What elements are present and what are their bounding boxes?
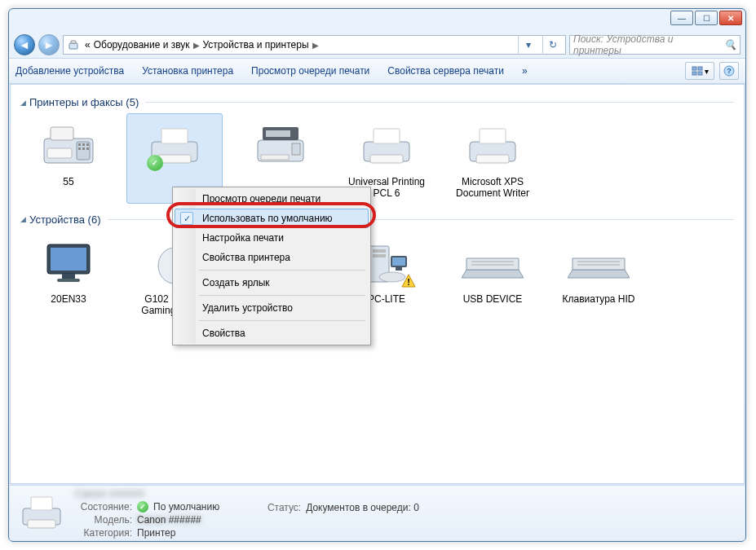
ctx-properties[interactable]: Свойства [175,323,369,343]
device-item[interactable]: USB DEVICE [444,231,541,321]
svg-rect-42 [373,254,386,257]
breadcrumb-item[interactable]: Оборудование и звук [94,39,190,51]
add-device-button[interactable]: Добавление устройства [15,65,124,77]
address-bar[interactable]: « Оборудование и звук ▶ Устройства и при… [63,35,566,55]
search-input[interactable]: Поиск: Устройства и принтеры 🔍 [569,35,741,55]
svg-rect-11 [78,143,81,146]
view-mode-button[interactable]: ▾ [685,62,714,80]
svg-rect-31 [476,155,509,163]
svg-rect-33 [51,248,86,271]
svg-rect-12 [82,143,85,146]
keyboard-icon [566,236,631,290]
svg-rect-9 [51,127,73,140]
svg-rect-23 [266,130,290,137]
svg-rect-13 [86,143,89,146]
device-label: PC-LITE [368,293,405,305]
titlebar: — ☐ ✕ [9,9,745,32]
close-button[interactable]: ✕ [719,11,742,25]
add-printer-button[interactable]: Установка принтера [142,65,233,77]
printer-icon [20,494,64,533]
print-server-properties-button[interactable]: Свойства сервера печати [387,65,504,77]
search-icon: 🔍 [724,39,736,51]
status-key-model: Модель: [75,514,132,526]
group-title: Принтеры и факсы (5) [29,96,139,108]
devices-grid: 20EN33 G102 Prodigy Gaming Mouse HID-сов… [20,231,734,321]
svg-rect-20 [158,155,191,163]
address-row: ◄ ► « Оборудование и звук ▶ Устройства и… [9,32,745,58]
collapse-icon: ◢ [20,215,26,223]
svg-rect-58 [31,497,52,510]
svg-rect-44 [392,257,405,266]
nav-forward-button[interactable]: ► [38,34,60,55]
device-label: Клавиатура HID [563,293,635,305]
device-name: Canon ###### [75,487,144,499]
toolbar: Добавление устройства Установка принтера… [9,58,745,84]
ctx-printing-preferences[interactable]: Настройка печати [175,228,369,248]
refresh-button[interactable]: ↻ [542,35,562,55]
device-item[interactable]: Microsoft XPS Document Writer [444,113,541,204]
minimize-button[interactable]: — [670,11,693,25]
printer-icon [460,119,525,173]
svg-marker-50 [466,258,519,270]
monitor-icon [36,236,101,290]
status-value-status: Документов в очереди: 0 [306,502,419,513]
svg-rect-59 [28,520,55,528]
printers-grid: 55 ✓ Univer [20,113,734,204]
device-item[interactable]: 20EN33 [20,231,117,321]
printer-icon [354,119,419,173]
status-value-model: Canon ###### [137,514,201,526]
ctx-item-label: Использовать по умолчанию [202,213,333,224]
menu-separator [199,295,365,296]
svg-rect-14 [78,147,81,150]
svg-rect-2 [692,67,696,70]
group-header-devices[interactable]: ◢ Устройства (6) [20,213,734,226]
ctx-remove-device[interactable]: Удалить устройство [175,298,369,318]
svg-marker-49 [462,270,524,278]
svg-rect-0 [69,43,77,49]
status-key-category: Категория: [75,527,132,539]
keyboard-icon [460,236,525,290]
fax-printer-icon [36,119,101,173]
ctx-set-as-default[interactable]: ✓ Использовать по умолчанию [175,209,369,228]
menu-separator [199,320,365,321]
svg-rect-1 [71,41,76,43]
device-item[interactable]: Клавиатура HID [550,231,647,321]
maximize-button[interactable]: ☐ [695,11,718,25]
ctx-printer-properties[interactable]: Свойства принтера [175,248,369,267]
group-header-printers[interactable]: ◢ Принтеры и факсы (5) [20,96,734,108]
devices-icon [67,38,80,51]
status-value-category: Принтер [137,527,175,539]
svg-marker-53 [568,270,630,278]
svg-rect-15 [82,147,85,150]
svg-rect-28 [370,155,403,163]
svg-text:?: ? [727,67,732,75]
device-label: USB DEVICE [463,293,523,305]
svg-rect-4 [692,72,696,75]
nav-back-button[interactable]: ◄ [14,34,35,55]
view-print-queue-button[interactable]: Просмотр очереди печати [251,65,369,77]
device-label: 20EN33 [51,293,86,305]
dropdown-button[interactable]: ▾ [518,35,537,55]
warning-icon: ! [401,274,416,288]
svg-rect-41 [373,249,386,253]
svg-rect-25 [261,155,289,160]
help-button[interactable]: ? [719,62,739,80]
svg-marker-54 [573,258,625,270]
explorer-window: — ☐ ✕ ◄ ► « Оборудование и звук ▶ Устрой… [8,8,746,542]
context-menu: Просмотр очереди печати ✓ Использовать п… [172,187,371,345]
breadcrumb[interactable]: « Оборудование и звук ▶ Устройства и при… [85,39,319,51]
multifunction-printer-icon [248,119,313,173]
svg-rect-35 [57,279,80,282]
status-value-state: По умолчанию [153,501,219,513]
chevron-right-icon: ▶ [193,41,200,50]
device-item[interactable]: 55 [20,113,117,204]
breadcrumb-item[interactable]: Устройства и принтеры [203,39,309,51]
group-title: Устройства (6) [29,213,101,226]
ctx-create-shortcut[interactable]: Создать ярлык [175,273,369,293]
svg-rect-16 [86,147,89,150]
svg-text:!: ! [407,277,410,287]
toolbar-overflow-button[interactable]: » [522,65,528,77]
svg-rect-5 [698,72,702,75]
ctx-view-print-queue[interactable]: Просмотр очереди печати [175,189,369,209]
search-placeholder: Поиск: Устройства и принтеры [573,33,721,56]
